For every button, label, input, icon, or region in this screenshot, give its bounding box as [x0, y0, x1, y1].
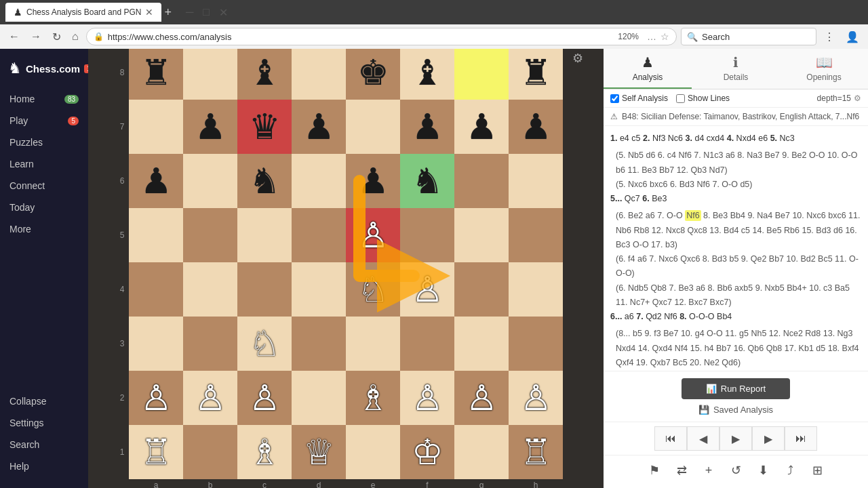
- square-f7[interactable]: ♟: [400, 100, 454, 154]
- sidebar-item-more[interactable]: More: [0, 218, 88, 240]
- tab-analysis[interactable]: ♟ Analysis: [604, 49, 692, 89]
- share-button[interactable]: ⤴: [779, 460, 801, 481]
- square-g4[interactable]: [454, 262, 509, 317]
- square-c2[interactable]: ♙: [237, 371, 292, 425]
- extensions-button[interactable]: ⋮: [821, 29, 838, 45]
- sidebar-item-search[interactable]: Search: [0, 434, 88, 455]
- square-h1[interactable]: ♖: [509, 425, 563, 479]
- tab-openings[interactable]: 📖 Openings: [780, 49, 868, 89]
- sidebar-item-collapse[interactable]: Collapse: [0, 390, 88, 412]
- square-d5[interactable]: [292, 208, 346, 262]
- square-f2[interactable]: ♙: [400, 371, 454, 425]
- undo-button[interactable]: ↺: [725, 460, 747, 481]
- nav-play-button[interactable]: ▶: [719, 426, 752, 451]
- home-button[interactable]: ⌂: [68, 29, 82, 44]
- tab-close-button[interactable]: ✕: [145, 7, 153, 18]
- square-a5[interactable]: [129, 208, 183, 262]
- square-h5[interactable]: [509, 208, 563, 262]
- square-f1[interactable]: ♔: [400, 425, 454, 479]
- square-c4[interactable]: [237, 262, 292, 317]
- square-h6[interactable]: [509, 154, 563, 208]
- square-c5[interactable]: [237, 208, 292, 262]
- square-a2[interactable]: ♙: [129, 371, 183, 425]
- square-e4[interactable]: ♘: [346, 262, 400, 317]
- square-e7[interactable]: [346, 100, 400, 154]
- square-a8[interactable]: ♜: [129, 49, 183, 100]
- square-d8[interactable]: [292, 49, 346, 100]
- sidebar-item-settings[interactable]: Settings: [0, 412, 88, 434]
- square-g2[interactable]: ♙: [454, 371, 509, 425]
- chess-board[interactable]: ♜ ♝ ♚ ♝ ♜ ♟ ♛ ♟ ♟ ♟ ♟ ♟ ♞: [129, 49, 563, 479]
- square-d1[interactable]: ♕: [292, 425, 346, 479]
- square-h4[interactable]: [509, 262, 563, 317]
- nav-first-button[interactable]: ⏮: [654, 426, 687, 451]
- square-e5[interactable]: ♙: [346, 208, 400, 262]
- forward-button[interactable]: →: [27, 29, 45, 44]
- square-a6[interactable]: ♟: [129, 154, 183, 208]
- square-f8[interactable]: ♝: [400, 49, 454, 100]
- square-a1[interactable]: ♖: [129, 425, 183, 479]
- download-button[interactable]: ⬇: [752, 460, 774, 481]
- square-b6[interactable]: [183, 154, 237, 208]
- show-lines-checkbox-label[interactable]: Show Lines: [676, 94, 730, 103]
- square-a4[interactable]: [129, 262, 183, 317]
- run-report-button[interactable]: 📊 Run Report: [682, 378, 790, 399]
- square-g7[interactable]: ♟: [454, 100, 509, 154]
- self-analysis-checkbox-label[interactable]: Self Analysis: [610, 94, 668, 103]
- show-lines-checkbox[interactable]: [676, 94, 685, 103]
- square-h8[interactable]: ♜: [509, 49, 563, 100]
- nav-next-button[interactable]: ▶: [752, 426, 785, 451]
- square-c3[interactable]: ♘: [237, 317, 292, 371]
- profile-button[interactable]: 👤: [842, 29, 863, 45]
- square-g6[interactable]: [454, 154, 509, 208]
- square-h2[interactable]: ♙: [509, 371, 563, 425]
- square-d2[interactable]: [292, 371, 346, 425]
- square-b8[interactable]: [183, 49, 237, 100]
- square-a7[interactable]: [129, 100, 183, 154]
- square-b1[interactable]: [183, 425, 237, 479]
- sidebar-item-today[interactable]: Today: [0, 197, 88, 218]
- square-g5[interactable]: [454, 208, 509, 262]
- square-e6[interactable]: ♟: [346, 154, 400, 208]
- square-h3[interactable]: [509, 317, 563, 371]
- square-f5[interactable]: [400, 208, 454, 262]
- square-d3[interactable]: [292, 317, 346, 371]
- square-g1[interactable]: [454, 425, 509, 479]
- square-b3[interactable]: [183, 317, 237, 371]
- flip-board-button[interactable]: ⚑: [644, 460, 665, 481]
- address-bar[interactable]: 🔒 https://www.chess.com/analysis 120% … …: [86, 28, 677, 45]
- square-c1[interactable]: ♗: [237, 425, 292, 479]
- square-d7[interactable]: ♟: [292, 100, 346, 154]
- back-button[interactable]: ←: [5, 29, 23, 44]
- add-button[interactable]: +: [698, 460, 719, 481]
- swap-sides-button[interactable]: ⇄: [671, 460, 692, 481]
- square-b2[interactable]: ♙: [183, 371, 237, 425]
- window-minimize-button[interactable]: ─: [182, 5, 197, 20]
- nav-last-button[interactable]: ⏭: [785, 426, 817, 451]
- depth-settings-icon[interactable]: ⚙: [854, 94, 861, 103]
- sidebar-item-play[interactable]: Play 5: [0, 110, 88, 131]
- window-close-button[interactable]: ✕: [216, 5, 231, 20]
- square-d4[interactable]: [292, 262, 346, 317]
- square-e2[interactable]: ♗: [346, 371, 400, 425]
- square-e8[interactable]: ♚: [346, 49, 400, 100]
- square-f4[interactable]: ♙: [400, 262, 454, 317]
- sidebar-item-help[interactable]: Help: [0, 455, 88, 477]
- square-b7[interactable]: ♟: [183, 100, 237, 154]
- square-c7[interactable]: ♛: [237, 100, 292, 154]
- square-g8[interactable]: [454, 49, 509, 100]
- square-b5[interactable]: [183, 208, 237, 262]
- sidebar-item-connect[interactable]: Connect: [0, 175, 88, 197]
- grid-button[interactable]: ⊞: [806, 460, 828, 481]
- new-tab-button[interactable]: +: [164, 5, 172, 20]
- moves-area[interactable]: 1. e4 c5 2. Nf3 Nc6 3. d4 cxd4 4. Nxd4 e…: [604, 126, 868, 371]
- active-tab[interactable]: ♟ Chess Analysis Board and PGN ✕: [5, 3, 161, 22]
- sidebar-item-puzzles[interactable]: Puzzles: [0, 131, 88, 153]
- square-g3[interactable]: [454, 317, 509, 371]
- square-f3[interactable]: [400, 317, 454, 371]
- square-h7[interactable]: ♟: [509, 100, 563, 154]
- square-a3[interactable]: [129, 317, 183, 371]
- square-c6[interactable]: ♞: [237, 154, 292, 208]
- square-c8[interactable]: ♝: [237, 49, 292, 100]
- square-b4[interactable]: [183, 262, 237, 317]
